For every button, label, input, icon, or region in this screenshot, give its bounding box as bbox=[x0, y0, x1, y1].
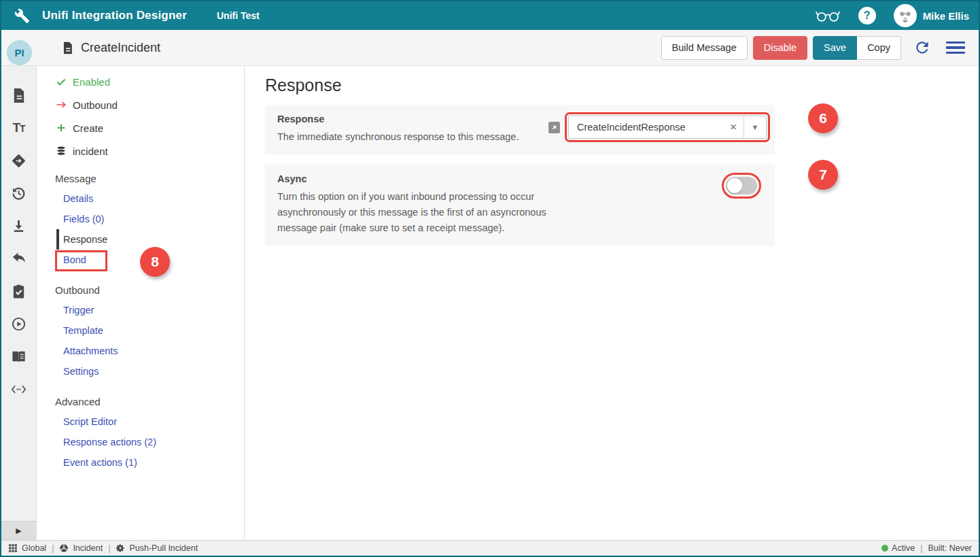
scope-label: Global bbox=[22, 543, 46, 553]
active-status-icon bbox=[881, 545, 888, 552]
nav-label-enabled: Enabled bbox=[73, 76, 110, 88]
nav-item-incident[interactable]: incident bbox=[55, 139, 244, 163]
glasses-icon[interactable] bbox=[815, 7, 841, 24]
nav-item-script-editor[interactable]: Script Editor bbox=[56, 411, 244, 432]
clear-icon[interactable]: ✕ bbox=[723, 122, 743, 132]
message-header-bar: CreateIncident Build Message Disable Sav… bbox=[1, 30, 979, 66]
built-status-label: Built: Never bbox=[928, 543, 972, 553]
nav-item-event-actions[interactable]: Event actions (1) bbox=[56, 452, 244, 473]
history-icon[interactable] bbox=[1, 177, 37, 209]
user-menu[interactable]: Mike Ellis bbox=[894, 4, 969, 27]
wrench-icon bbox=[14, 7, 30, 24]
help-glyph: ? bbox=[864, 10, 871, 22]
async-field-card: Async Turn this option on if you want in… bbox=[265, 165, 775, 245]
task-check-icon[interactable] bbox=[1, 275, 37, 307]
open-reference-icon[interactable] bbox=[548, 122, 560, 133]
nav-section-outbound: Outbound bbox=[55, 280, 244, 300]
environment-label: Unifi Test bbox=[217, 10, 260, 21]
icon-rail: TT ▶ bbox=[1, 66, 37, 540]
nav-item-response[interactable]: Response bbox=[56, 229, 244, 250]
hamburger-icon bbox=[946, 41, 965, 44]
separator: | bbox=[52, 543, 54, 553]
user-face-icon bbox=[895, 5, 915, 26]
user-avatar bbox=[894, 4, 917, 27]
disable-button[interactable]: Disable bbox=[753, 36, 807, 60]
nav-label-incident: incident bbox=[73, 146, 108, 157]
nav-item-fields[interactable]: Fields (0) bbox=[56, 209, 244, 229]
app-title: Unifi Integration Designer bbox=[42, 9, 187, 22]
check-icon bbox=[55, 76, 67, 87]
build-message-button[interactable]: Build Message bbox=[661, 36, 748, 60]
download-icon[interactable] bbox=[1, 209, 37, 242]
response-select[interactable]: CreateIncidentResponse ✕ ▼ bbox=[568, 116, 767, 139]
nav-item-template[interactable]: Template bbox=[56, 320, 244, 341]
knowledge-book-icon[interactable] bbox=[1, 340, 37, 373]
unifi-integration-designer-window: Unifi Integration Designer Unifi Test ? … bbox=[0, 0, 980, 557]
nav-label-outbound: Outbound bbox=[73, 99, 118, 111]
save-button[interactable]: Save bbox=[813, 36, 857, 60]
message-nav-panel: Enabled Outbound Create incident Message… bbox=[37, 66, 245, 540]
database-icon bbox=[55, 146, 67, 156]
top-app-bar: Unifi Integration Designer Unifi Test ? … bbox=[1, 1, 979, 30]
save-copy-group: Save Copy bbox=[813, 36, 901, 60]
toggle-knob-icon bbox=[727, 178, 742, 193]
nav-section-advanced: Advanced bbox=[55, 391, 244, 411]
code-icon[interactable] bbox=[1, 373, 37, 405]
nav-item-bond[interactable]: Bond bbox=[56, 250, 244, 270]
integration-avatar[interactable]: PI bbox=[7, 40, 32, 65]
section-heading: Response bbox=[265, 75, 979, 95]
nav-item-trigger[interactable]: Trigger bbox=[56, 300, 244, 320]
documents-icon[interactable] bbox=[1, 79, 37, 112]
nav-item-attachments[interactable]: Attachments bbox=[56, 341, 244, 361]
arrow-right-icon bbox=[55, 100, 67, 109]
response-field-description: The immediate synchronous response to th… bbox=[277, 129, 548, 145]
expand-arrow-icon: ▶ bbox=[16, 526, 21, 535]
status-bar: Global | Incident | Push-Pull Incident A… bbox=[1, 540, 979, 556]
separator: | bbox=[108, 543, 110, 553]
grid-icon bbox=[8, 543, 18, 553]
undo-icon[interactable] bbox=[1, 242, 37, 275]
help-button[interactable]: ? bbox=[858, 7, 876, 24]
nav-label-create: Create bbox=[73, 122, 103, 134]
async-toggle[interactable] bbox=[726, 177, 757, 195]
response-select-value: CreateIncidentResponse bbox=[569, 122, 723, 133]
app-label: Incident bbox=[73, 543, 103, 553]
scope-indicator[interactable]: Global bbox=[8, 543, 46, 553]
incident-app-icon bbox=[59, 543, 69, 553]
separator: | bbox=[920, 543, 922, 553]
milestone-icon[interactable] bbox=[1, 144, 37, 177]
gear-icon bbox=[116, 543, 125, 553]
refresh-icon bbox=[913, 39, 931, 56]
user-name: Mike Ellis bbox=[923, 10, 969, 22]
response-section: Response Response The immediate synchron… bbox=[245, 66, 979, 540]
chevron-down-icon[interactable]: ▼ bbox=[744, 123, 766, 131]
nav-item-create[interactable]: Create bbox=[55, 116, 244, 139]
active-status-label: Active bbox=[892, 543, 915, 553]
response-field-card: Response The immediate synchronous respo… bbox=[265, 105, 775, 154]
plus-icon bbox=[55, 123, 67, 133]
message-document-icon bbox=[61, 40, 74, 56]
process-label: Push-Pull Incident bbox=[129, 543, 198, 553]
refresh-button[interactable] bbox=[913, 39, 931, 56]
nav-item-settings[interactable]: Settings bbox=[56, 361, 244, 382]
copy-button[interactable]: Copy bbox=[857, 36, 901, 60]
process-indicator[interactable]: Push-Pull Incident bbox=[116, 543, 198, 553]
nav-item-outbound[interactable]: Outbound bbox=[55, 93, 244, 116]
response-field-label: Response bbox=[277, 114, 548, 124]
play-circle-icon[interactable] bbox=[1, 307, 37, 340]
app-indicator[interactable]: Incident bbox=[59, 543, 103, 553]
nav-section-message: Message bbox=[55, 168, 244, 188]
nav-item-enabled[interactable]: Enabled bbox=[55, 70, 244, 93]
async-field-description: Turn this option on if you want inbound … bbox=[277, 189, 580, 236]
hamburger-menu-button[interactable] bbox=[946, 41, 965, 54]
page-title: CreateIncident bbox=[81, 41, 160, 55]
async-field-label: Async bbox=[277, 173, 726, 184]
nav-item-details[interactable]: Details bbox=[56, 188, 244, 209]
sidebar-expand-button[interactable]: ▶ bbox=[1, 521, 37, 540]
text-format-icon[interactable]: TT bbox=[1, 112, 37, 144]
nav-item-response-actions[interactable]: Response actions (2) bbox=[56, 432, 244, 452]
